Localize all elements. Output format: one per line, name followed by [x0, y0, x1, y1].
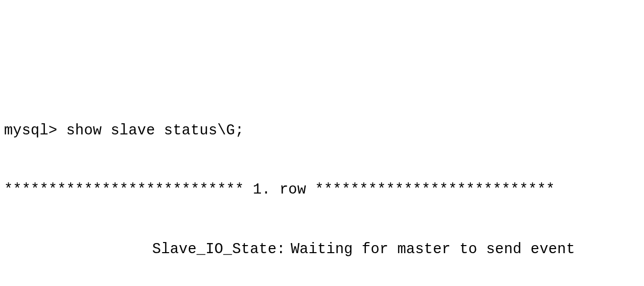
status-row: Slave_IO_State: Waiting for master to se… — [4, 240, 640, 259]
field-label: Slave_IO_State — [4, 240, 277, 259]
header-stars-left: *************************** — [4, 181, 244, 198]
header-mid: 1. row — [244, 181, 315, 198]
row-header: *************************** 1. row *****… — [4, 180, 640, 200]
terminal-output: mysql> show slave status\G; ************… — [4, 81, 640, 286]
command-line: mysql> show slave status\G; — [4, 121, 640, 140]
header-stars-right: *************************** — [315, 181, 555, 198]
command-text: show slave status\G; — [66, 122, 244, 139]
field-value: Waiting for master to send event — [291, 240, 575, 259]
field-colon: : — [277, 240, 291, 259]
prompt: mysql> — [4, 122, 66, 139]
